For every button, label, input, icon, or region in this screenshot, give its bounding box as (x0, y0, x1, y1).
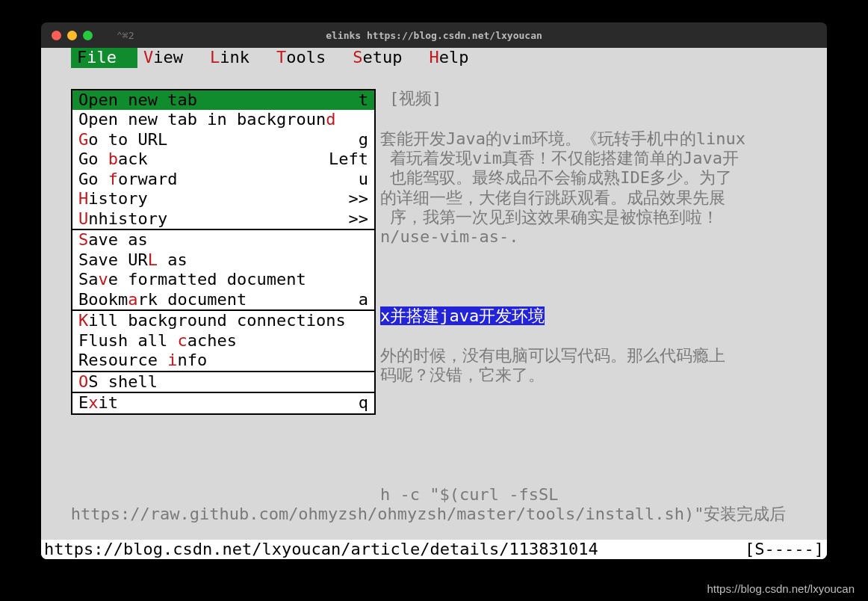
cmd-line: h -c "$(curl -fsSL (380, 485, 558, 505)
video-tag: [视频] (389, 89, 442, 109)
window-title: elinks https://blog.csdn.net/lxyoucan (41, 30, 827, 41)
terminal-window: ⌃⌘2 elinks https://blog.csdn.net/lxyouca… (41, 22, 827, 559)
menu-file[interactable]: File (71, 48, 137, 68)
menu-item[interactable]: Open new tab in background (72, 110, 374, 130)
menu-item[interactable]: Bookmark documenta (72, 290, 374, 310)
menu-item[interactable]: History>> (72, 189, 374, 209)
close-icon[interactable] (52, 31, 61, 40)
window-controls (41, 31, 93, 40)
menu-item[interactable]: OS shell (72, 372, 374, 392)
menu-item[interactable]: Exitq (72, 393, 374, 413)
watermark: https://blog.csdn.net/lxyoucan (707, 582, 855, 595)
cmd-line: https://raw.github.com/ohmyzsh/ohmyzsh/m… (41, 505, 786, 525)
menu-item[interactable]: Go forwardu (72, 170, 374, 190)
menubar: File View Link Tools Setup Help (41, 48, 827, 68)
menu-item[interactable]: Save URL as (72, 250, 374, 271)
terminal-body: File View Link Tools Setup Help [视频] 套能开… (41, 48, 827, 559)
para1-line: 也能驾驭。最终成品不会输成熟IDE多少。为了 (380, 168, 732, 188)
menu-item[interactable]: Flush all caches (72, 331, 374, 351)
maximize-icon[interactable] (83, 31, 93, 40)
article-link[interactable]: x并搭建java开发环境 (380, 306, 545, 327)
status-flags: [S-----] (745, 540, 824, 560)
para1-line: 套能开发Java的vim环境。《玩转手机中的linux (380, 129, 745, 150)
statusbar: https://blog.csdn.net/lxyoucan/article/d… (41, 540, 827, 560)
menu-item[interactable]: Unhistory>> (72, 209, 374, 229)
tab-shortcut-label: ⌃⌘2 (117, 30, 134, 41)
menu-item[interactable]: Open new tabt (72, 90, 374, 111)
para2-line: 码呢？没错，它来了。 (380, 366, 545, 386)
titlebar: ⌃⌘2 elinks https://blog.csdn.net/lxyouca… (41, 22, 827, 48)
para1-line: 的详细一些，大佬自行跳跃观看。成品效果先展 (380, 188, 725, 209)
status-url: https://blog.csdn.net/lxyoucan/article/d… (44, 540, 598, 560)
menu-item[interactable]: Kill background connections (72, 311, 374, 331)
file-menu-dropdown: Open new tabtOpen new tab in backgroundG… (71, 89, 376, 415)
para2-line: 外的时候，没有电脑可以写代码。那么代码瘾上 (380, 346, 725, 366)
menu-item[interactable]: Go to URLg (72, 130, 374, 150)
para1-line: 序，我第一次见到这效果确实是被惊艳到啦！ (380, 208, 719, 228)
page-content: [视频] 套能开发Java的vim环境。《玩转手机中的linux 着玩着发现vi… (41, 68, 827, 540)
para1-line: n/use-vim-as-. (380, 227, 518, 247)
menu-link[interactable]: Link (204, 48, 270, 68)
menu-item[interactable]: Resource info (72, 351, 374, 371)
menu-view[interactable]: View (137, 48, 204, 68)
menu-item[interactable]: Go backLeft (72, 150, 374, 170)
menu-tools[interactable]: Tools (270, 48, 347, 68)
menu-help[interactable]: Help (423, 48, 489, 68)
menu-setup[interactable]: Setup (347, 48, 423, 68)
menu-item[interactable]: Save formatted document (72, 270, 374, 290)
minimize-icon[interactable] (67, 31, 77, 40)
menu-item[interactable]: Save as (72, 230, 374, 250)
para1-line: 着玩着发现vim真香！不仅能搭建简单的Java开 (380, 149, 739, 169)
